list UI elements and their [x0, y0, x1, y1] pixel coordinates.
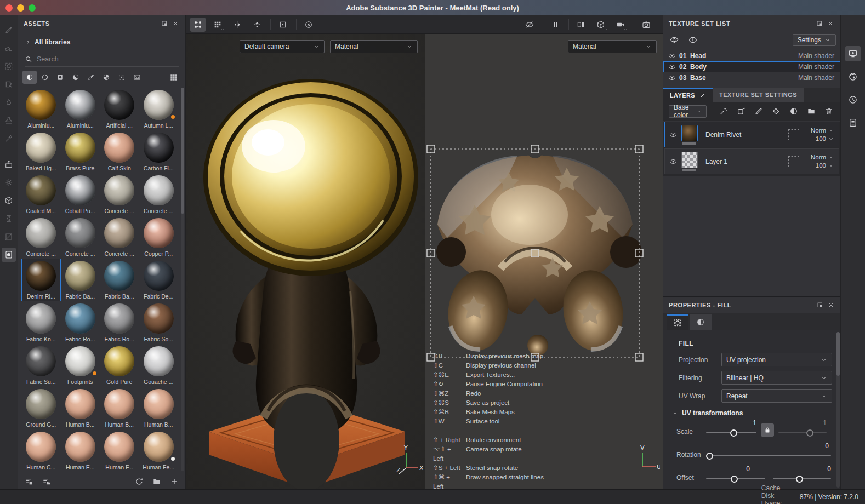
asset-item[interactable]: Fabric Ba...	[100, 259, 139, 301]
pause-engine-button[interactable]	[548, 18, 563, 32]
smudge-tool-button[interactable]	[2, 95, 16, 110]
add-smart-material-button[interactable]	[718, 105, 730, 117]
stencil-visibility-button[interactable]	[522, 18, 537, 32]
substance-settings-button[interactable]	[2, 175, 16, 190]
layer-mask-slot[interactable]	[788, 129, 799, 140]
texture-set-settings-dropdown[interactable]: Settings	[793, 34, 836, 46]
float-panel-icon[interactable]	[159, 18, 170, 29]
eye-icon[interactable]	[668, 74, 676, 82]
asset-item[interactable]: Concrete ...	[100, 216, 139, 259]
log-panel-button[interactable]	[845, 115, 861, 130]
close-panel-icon[interactable]	[170, 18, 181, 29]
asset-item[interactable]: Fabric Su...	[21, 344, 61, 387]
offset-x-knob[interactable]	[731, 476, 738, 483]
eraser-tool-button[interactable]	[2, 41, 16, 55]
add-paint-layer-button[interactable]	[753, 105, 765, 117]
layer-row[interactable]: Layer 1Norm100	[664, 148, 839, 174]
tab-texture-set-settings[interactable]: TEXTURE SET SETTINGS	[713, 88, 804, 102]
import-list-icon[interactable]	[41, 476, 52, 487]
asset-item[interactable]: Human B...	[100, 387, 139, 429]
filter-smart-masks[interactable]	[53, 71, 67, 84]
asset-item[interactable]: Brass Pure	[61, 130, 100, 173]
display-settings-tool-button[interactable]	[2, 248, 16, 262]
blend-mode-dropdown[interactable]: Norm	[811, 154, 834, 161]
sync-visibility-icon[interactable]	[669, 35, 680, 45]
asset-item[interactable]: Fabric Ba...	[61, 259, 100, 301]
material-picker-tool-button[interactable]	[2, 131, 16, 146]
view-layout-button[interactable]	[573, 18, 589, 32]
asset-item[interactable]: Human B...	[139, 387, 179, 429]
asset-item[interactable]: Human B...	[61, 387, 100, 429]
search-input[interactable]	[37, 55, 179, 63]
2d-viewport-canvas[interactable]: Material ⇧BDisplay previous mesh map⇧CDi…	[425, 34, 663, 489]
add-smart-mask-button[interactable]	[788, 105, 800, 117]
asset-item[interactable]: Concrete ...	[61, 216, 100, 259]
asset-item[interactable]: Human Fe...	[139, 429, 179, 472]
filter-environments[interactable]	[130, 71, 144, 84]
asset-item[interactable]: Calf Skin	[100, 130, 139, 173]
add-effect-button[interactable]	[735, 105, 747, 117]
asset-item[interactable]: Aluminiu...	[21, 88, 61, 130]
filter-smart-materials[interactable]	[38, 71, 52, 84]
asset-item[interactable]: Fabric Ro...	[100, 301, 139, 344]
offset-slider-y[interactable]: 0	[773, 466, 831, 484]
assets-box-button[interactable]	[2, 193, 16, 208]
filter-filters[interactable]	[69, 71, 83, 84]
scale-slider-x[interactable]: 1	[706, 420, 756, 438]
add-folder-button[interactable]	[805, 105, 817, 117]
asset-item[interactable]: Concrete ...	[100, 173, 139, 216]
shading-dropdown-3d[interactable]: Material	[330, 40, 418, 53]
offset-y-knob[interactable]	[796, 476, 803, 483]
camera-animation-button[interactable]	[613, 18, 628, 32]
transform-manipulator-button[interactable]	[190, 18, 206, 32]
asset-item[interactable]: Aluminiu...	[61, 88, 100, 130]
uv-transformations-header[interactable]: UV transformations	[672, 409, 841, 417]
uv-wrap-dropdown[interactable]: Repeat	[721, 389, 832, 403]
assets-scrollbar[interactable]	[181, 88, 184, 471]
tiling-mode-button[interactable]	[210, 18, 225, 32]
asset-item[interactable]: Cobalt Pu...	[61, 173, 100, 216]
texture-set-row[interactable]: 02_BodyMain shader	[663, 61, 840, 72]
asset-item[interactable]: Artificial ...	[100, 88, 139, 130]
mirror-horizontal-button[interactable]	[230, 18, 245, 32]
close-panel-icon[interactable]	[826, 300, 836, 311]
refresh-icon[interactable]	[134, 476, 145, 487]
opacity-dropdown[interactable]: 100	[816, 135, 834, 142]
asset-item[interactable]: Baked Lig...	[21, 130, 61, 173]
filter-textures[interactable]	[115, 71, 129, 84]
asset-item[interactable]: Fabric Kn...	[21, 301, 61, 344]
properties-scrollbar[interactable]	[836, 332, 840, 488]
asset-item[interactable]: Fabric So...	[139, 301, 179, 344]
filtering-dropdown[interactable]: Bilinear | HQ	[721, 371, 832, 385]
history-panel-button[interactable]	[845, 92, 861, 107]
display-settings-panel-button[interactable]	[845, 46, 861, 61]
asset-item[interactable]: Ground G...	[21, 387, 61, 429]
polygon-fill-tool-button[interactable]	[2, 77, 16, 91]
new-folder-icon[interactable]	[151, 476, 162, 487]
float-panel-icon[interactable]	[815, 300, 826, 311]
solo-visibility-icon[interactable]	[687, 35, 698, 45]
scale-slider-y[interactable]: 1	[778, 420, 827, 438]
eye-icon[interactable]	[668, 63, 676, 71]
asset-item[interactable]: Human C...	[21, 429, 61, 472]
layer-row[interactable]: Denim RivetNorm100	[664, 122, 839, 147]
export-list-icon[interactable]	[24, 476, 35, 487]
asset-item[interactable]: Human F...	[100, 429, 139, 472]
filter-brushes[interactable]	[84, 71, 98, 84]
eye-icon[interactable]	[668, 52, 676, 60]
all-libraries-row[interactable]: All libraries	[18, 35, 185, 49]
eye-icon[interactable]	[665, 131, 681, 139]
asset-item[interactable]: Concrete ...	[139, 173, 179, 216]
layer-mask-slot[interactable]	[788, 156, 799, 167]
channel-dropdown[interactable]: Base color	[669, 105, 707, 118]
mirror-vertical-button[interactable]	[249, 18, 265, 32]
shading-dropdown-2d[interactable]: Material	[568, 40, 657, 53]
asset-item[interactable]: Autumn L...	[139, 88, 179, 130]
projection-dropdown[interactable]: UV projection	[721, 353, 832, 366]
asset-item[interactable]: Copper P...	[139, 216, 179, 259]
clone-tool-button[interactable]	[2, 113, 16, 128]
shader-settings-panel-button[interactable]	[845, 69, 861, 84]
asset-item[interactable]: Denim Ri...	[21, 259, 61, 301]
rotation-slider[interactable]: 0	[706, 443, 831, 461]
blend-mode-dropdown[interactable]: Norm	[811, 127, 834, 134]
